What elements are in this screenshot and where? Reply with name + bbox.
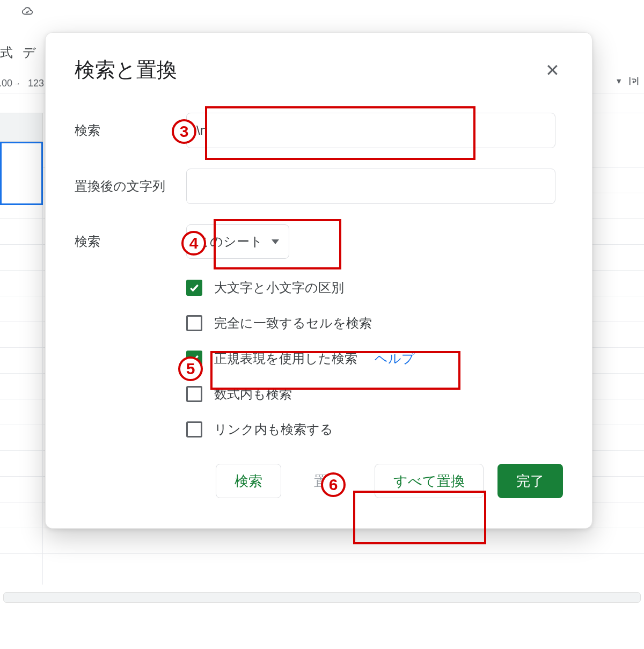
dialog-title: 検索と置換: [75, 56, 177, 84]
scope-label: 検索: [75, 233, 186, 250]
match-case-label: 大文字と小文字の区別: [214, 279, 344, 296]
replace-all-button[interactable]: すべて置換: [375, 464, 484, 498]
regex-label: 正規表現を使用した検索: [214, 350, 357, 367]
chevron-down-icon: [272, 239, 279, 244]
in-formulas-label: 数式内も検索: [214, 385, 292, 403]
close-icon[interactable]: ✕: [542, 59, 563, 82]
entire-cell-checkbox[interactable]: [186, 315, 202, 331]
match-case-checkbox[interactable]: [186, 280, 202, 296]
regex-checkbox[interactable]: [186, 351, 202, 367]
in-formulas-checkbox[interactable]: [186, 386, 202, 402]
done-button[interactable]: 完了: [497, 464, 563, 498]
in-links-checkbox[interactable]: [186, 421, 202, 437]
scope-dropdown[interactable]: このシート: [186, 224, 289, 259]
search-label: 検索: [75, 122, 186, 139]
scope-value: このシート: [196, 233, 263, 250]
replace-button: 置換: [295, 464, 361, 498]
replace-label: 置換後の文字列: [75, 178, 186, 195]
regex-help-link[interactable]: ヘルプ: [375, 350, 415, 367]
find-button[interactable]: 検索: [216, 464, 281, 498]
find-replace-dialog: 検索と置換 ✕ 検索 置換後の文字列 検索 このシート: [45, 32, 592, 529]
replace-input[interactable]: [186, 169, 555, 204]
entire-cell-label: 完全に一致するセルを検索: [214, 315, 372, 332]
search-input[interactable]: [186, 113, 555, 148]
in-links-label: リンク内も検索する: [214, 421, 333, 438]
